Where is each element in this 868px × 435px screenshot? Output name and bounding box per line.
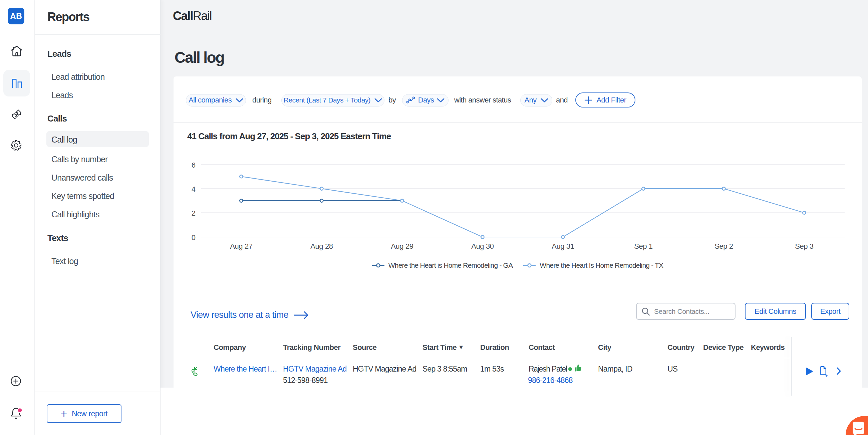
- svg-text:Aug 30: Aug 30: [471, 242, 494, 251]
- svg-text:Aug 27: Aug 27: [230, 242, 252, 251]
- svg-text:Sep 1: Sep 1: [634, 242, 653, 251]
- svg-text:Sep 3: Sep 3: [795, 242, 814, 251]
- svg-text:6: 6: [191, 161, 195, 169]
- svg-text:Sep 2: Sep 2: [714, 242, 733, 251]
- svg-text:Aug 31: Aug 31: [552, 242, 574, 251]
- svg-text:4: 4: [191, 185, 195, 193]
- svg-text:Aug 28: Aug 28: [310, 242, 333, 251]
- svg-text:2: 2: [191, 209, 195, 218]
- svg-text:0: 0: [191, 233, 195, 242]
- svg-text:Aug 29: Aug 29: [391, 242, 413, 251]
